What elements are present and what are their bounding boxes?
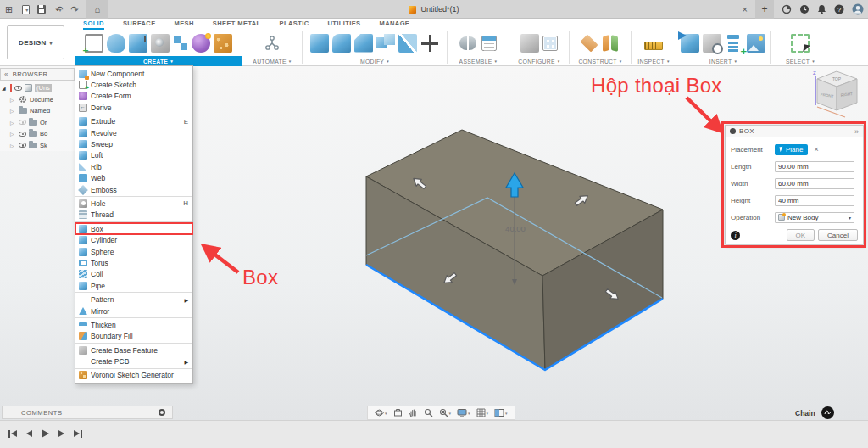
menu-item-pattern[interactable]: Pattern▶	[75, 294, 192, 305]
tree-item-document-settings[interactable]: ▷ Docume	[0, 94, 75, 106]
orbit-tool[interactable]: ▾	[375, 408, 387, 417]
construct-group-button[interactable]: CONSTRUCT ▾	[570, 56, 631, 66]
insert-group-button[interactable]: INSERT ▾	[676, 56, 770, 66]
comments-add-icon[interactable]	[159, 409, 165, 416]
tree-root-component[interactable]: ◢ (Uns	[0, 82, 75, 94]
visibility-eye-icon[interactable]	[14, 86, 22, 91]
menu-item-pipe[interactable]: Pipe	[75, 280, 192, 291]
expand-icon[interactable]: ▷	[10, 108, 16, 114]
menu-item-loft[interactable]: Loft	[75, 150, 192, 161]
inspect-group-button[interactable]: INSPECT ▾	[632, 56, 676, 66]
visibility-eye-icon[interactable]	[19, 120, 26, 125]
height-dimension-value[interactable]: 40.00	[497, 224, 534, 233]
select-group-button[interactable]: SELECT ▾	[771, 56, 830, 66]
viewports-tool[interactable]: ▾	[494, 408, 508, 417]
job-status-icon[interactable]	[782, 4, 792, 14]
expand-icon[interactable]: ▷	[10, 97, 16, 103]
menu-item-rib[interactable]: Rib	[75, 161, 192, 172]
tab-mesh[interactable]: MESH	[175, 20, 194, 30]
plane-selection-button[interactable]: Plane	[775, 144, 808, 155]
press-pull-icon[interactable]	[310, 34, 329, 53]
user-avatar[interactable]	[821, 406, 834, 419]
split-body-icon[interactable]	[398, 34, 417, 53]
visibility-eye-icon[interactable]	[19, 143, 26, 148]
insert-link-icon[interactable]	[703, 34, 721, 53]
operation-select[interactable]: New Body ▾	[775, 212, 854, 223]
tab-surface[interactable]: SURFACE	[123, 20, 156, 30]
insert-canvas-icon[interactable]	[747, 34, 765, 53]
hole-icon[interactable]	[151, 34, 170, 53]
workspace-switcher[interactable]: DESIGN ▾	[7, 25, 64, 59]
assemble-group-button[interactable]: ASSEMBLE ▾	[448, 56, 509, 66]
construction-plane-icon[interactable]	[580, 34, 598, 52]
length-input[interactable]	[775, 161, 854, 172]
menu-item-torus[interactable]: Torus	[75, 257, 192, 268]
expand-icon[interactable]: ▷	[10, 131, 16, 137]
zoom-tool[interactable]	[424, 408, 433, 417]
visibility-eye-icon[interactable]	[19, 132, 26, 137]
create-sketch-icon[interactable]	[85, 34, 103, 53]
measure-icon[interactable]	[644, 42, 663, 50]
combine-icon[interactable]	[376, 34, 395, 53]
grid-layout-tool[interactable]: ▾	[476, 408, 489, 417]
history-clock-icon[interactable]	[799, 4, 810, 14]
menu-item-thread[interactable]: Thread	[75, 210, 192, 221]
pattern-texture-icon[interactable]	[214, 34, 232, 53]
automate-group-button[interactable]: AUTOMATE ▾	[242, 56, 302, 66]
joint-icon[interactable]	[459, 34, 478, 53]
fillet-icon[interactable]	[332, 34, 351, 53]
close-tab-icon[interactable]: ×	[743, 4, 748, 14]
configuration-table-icon[interactable]	[542, 36, 558, 51]
step-back-button[interactable]	[26, 430, 32, 437]
play-button[interactable]	[42, 429, 49, 438]
extrude-icon[interactable]	[129, 34, 147, 53]
menu-item-create-sketch[interactable]: Create Sketch	[75, 79, 192, 90]
select-tool-icon[interactable]	[791, 34, 810, 53]
menu-item-thicken[interactable]: Thicken	[75, 319, 192, 330]
menu-item-web[interactable]: Web	[75, 173, 192, 184]
revolve-icon[interactable]	[107, 34, 125, 53]
menu-item-mirror[interactable]: Mirror	[75, 305, 192, 316]
clear-selection-icon[interactable]: ×	[814, 145, 818, 154]
menu-item-create-base-feature[interactable]: Create Base Feature	[75, 344, 192, 356]
comments-bar[interactable]: COMMENTS	[2, 406, 173, 419]
box-dialog-header[interactable]: BOX »	[726, 126, 863, 137]
expand-icon[interactable]: ▷	[10, 143, 16, 148]
tab-plastic[interactable]: PLASTIC	[280, 20, 309, 30]
automate-script-icon[interactable]	[263, 34, 281, 53]
configure-group-button[interactable]: CONFIGURE ▾	[509, 56, 569, 66]
menu-item-create-form[interactable]: Create Form	[75, 91, 192, 102]
ok-button[interactable]: OK	[787, 229, 815, 241]
tree-item-named-views[interactable]: ▷ Named	[0, 105, 75, 117]
menu-item-coil[interactable]: Coil	[75, 269, 192, 280]
offset-plane-icon[interactable]	[602, 34, 620, 53]
width-input[interactable]	[775, 178, 854, 189]
menu-item-cylinder[interactable]: Cylinder	[75, 234, 192, 245]
expand-icon[interactable]: ▷	[10, 120, 16, 126]
tab-solid[interactable]: SOLID	[83, 20, 104, 30]
dialog-expand-icon[interactable]: »	[854, 127, 859, 136]
user-profile-icon[interactable]	[852, 3, 864, 15]
insert-fastener-icon[interactable]	[725, 34, 743, 53]
modify-group-button[interactable]: MODIFY ▾	[303, 56, 447, 66]
tree-item-sketches[interactable]: ▷ Sk	[0, 140, 75, 152]
document-tab[interactable]: Untitled*(1)	[0, 0, 868, 19]
pan-tool[interactable]	[409, 408, 418, 417]
menu-item-voronoi[interactable]: Voronoi Sketch Generator	[75, 370, 192, 381]
tab-sheet-metal[interactable]: SHEET METAL	[213, 20, 261, 30]
menu-item-box[interactable]: Box	[75, 223, 192, 234]
menu-item-sweep[interactable]: Sweep	[75, 138, 192, 149]
menu-item-new-component[interactable]: New Component	[75, 68, 192, 79]
move-copy-icon[interactable]	[420, 34, 439, 53]
menu-item-hole[interactable]: HoleH	[75, 198, 192, 209]
menu-item-extrude[interactable]: ExtrudeE	[75, 116, 192, 127]
menu-item-emboss[interactable]: Emboss	[75, 184, 192, 195]
cancel-button[interactable]: Cancel	[818, 229, 858, 241]
menu-item-revolve[interactable]: Revolve	[75, 127, 192, 138]
menu-item-derive[interactable]: Derive	[75, 102, 192, 113]
menu-item-sphere[interactable]: Sphere	[75, 246, 192, 257]
tab-manage[interactable]: MANAGE	[380, 20, 410, 30]
root-expand-icon[interactable]: ◢	[2, 85, 8, 91]
root-component-label[interactable]: (Uns	[35, 84, 52, 92]
menu-item-boundary-fill[interactable]: Boundary Fill	[75, 331, 192, 342]
